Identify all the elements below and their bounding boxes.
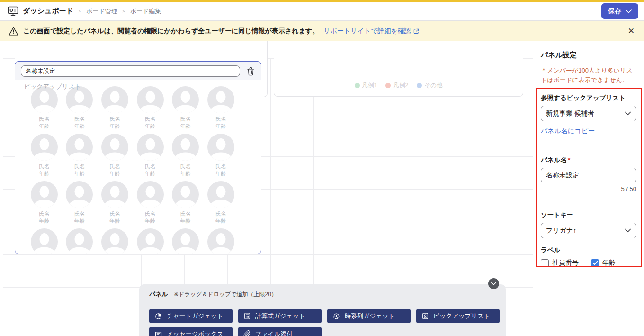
avatar-placeholder-cell: 氏名 年齢 [62, 181, 98, 225]
avatar-name-label: 氏名 [109, 211, 120, 217]
avatar-placeholder-cell: 氏名 年齢 [133, 134, 168, 177]
avatar-icon [101, 134, 128, 161]
avatar-age-label: 年齢 [39, 123, 49, 129]
avatar-labels: 氏名 年齢 [215, 163, 226, 177]
panel-card-partial-chart[interactable]: 凡例1 凡例2 その他 [274, 41, 523, 97]
tray-collapse-button[interactable] [488, 278, 499, 289]
avatar-labels: 氏名 年齢 [145, 210, 155, 225]
sort-key-select[interactable]: フリガナ↑ [541, 223, 636, 238]
paperclip-icon [243, 330, 251, 336]
panel-name-input[interactable] [541, 168, 636, 182]
widget-pickup-list-button[interactable]: ピックアップリスト [416, 309, 500, 323]
chevron-down-icon [625, 228, 631, 233]
avatar-placeholder-cell: 氏名 年齢 [133, 86, 168, 130]
avatar-placeholder-cell: 氏名 年齢 [97, 134, 133, 177]
avatar-placeholder-cell: 氏名 年齢 [27, 86, 62, 130]
avatar-placeholder-cell: 氏名 年齢 [168, 134, 203, 177]
reference-list-select[interactable]: 新規事業 候補者 [541, 106, 636, 121]
panel-settings-sidebar: パネル設定 ＊メンバーが100人より多いリストはボードに表示できません。 参照す… [533, 41, 644, 336]
banner-close-button[interactable]: ✕ [628, 27, 635, 35]
widget-chart-button[interactable]: チャートガジェット [149, 309, 233, 323]
legend-dot-green [355, 83, 360, 88]
avatar-age-label: 年齢 [74, 218, 85, 224]
save-button-label: 保存 [608, 7, 621, 16]
reference-list-label: 参照するピックアップリスト [541, 94, 636, 102]
widget-button-label: 計算式ガジェット [255, 312, 305, 320]
checkbox-employee-number[interactable]: 社員番号 [541, 259, 579, 267]
breadcrumb-board-management[interactable]: ボード管理 [86, 7, 117, 16]
avatar-placeholder-cell: 氏名 年齢 [203, 181, 239, 225]
pickup-list-panel-selected[interactable]: ピックアップリスト 氏名 年齢 氏名 年齢 [15, 61, 261, 254]
widget-formula-button[interactable]: 計算式ガジェット [238, 309, 322, 323]
avatar-icon [207, 228, 234, 254]
avatar-name-label: 氏名 [39, 211, 49, 217]
avatar-labels: 氏名 年齢 [180, 210, 191, 225]
avatar-icon [66, 134, 93, 161]
avatar-placeholder-cell: 氏名 年齢 [62, 228, 98, 254]
copy-to-panel-name-link[interactable]: パネル名にコピー [541, 127, 595, 136]
avatar-labels: 氏名 年齢 [109, 163, 120, 177]
avatar-name-label: 氏名 [74, 163, 85, 169]
divider [541, 148, 636, 148]
avatar-placeholder-cell: 氏名 年齢 [97, 86, 133, 130]
avatar-icon [137, 86, 164, 113]
avatar-placeholder-cell: 氏名 年齢 [97, 228, 133, 254]
widget-file-attach-button[interactable]: ファイル添付 [238, 327, 322, 336]
widget-message-box-button[interactable]: メッセージボックス [149, 327, 233, 336]
save-button[interactable]: 保存 [601, 3, 638, 19]
avatar-icon [137, 134, 164, 161]
avatar-name-label: 氏名 [215, 116, 226, 122]
avatar-age-label: 年齢 [74, 171, 85, 176]
avatar-name-label: 氏名 [109, 163, 120, 169]
avatar-labels: 氏名 年齢 [145, 116, 155, 130]
avatar-grid: 氏名 年齢 氏名 年齢 氏名 年齢 [15, 80, 261, 254]
avatar-icon [137, 228, 164, 254]
chevron-down-icon [626, 9, 632, 13]
sort-key-value: フリガナ↑ [546, 227, 576, 235]
avatar-age-label: 年齢 [215, 218, 226, 224]
avatar-icon [207, 181, 234, 208]
support-site-link[interactable]: サポートサイトで詳細を確認 [323, 27, 420, 36]
panel-title-input[interactable] [21, 65, 240, 77]
legend-label: 凡例1 [362, 82, 377, 90]
member-limit-note: ＊メンバーが100人より多いリストはボードに表示できません。 [541, 66, 636, 84]
delete-panel-button[interactable] [244, 65, 257, 77]
checkbox-age[interactable]: 年齢 [591, 259, 616, 267]
avatar-name-label: 氏名 [145, 116, 155, 122]
avatar-labels: 氏名 年齢 [180, 116, 191, 130]
widget-button-label: チャートガジェット [167, 312, 223, 320]
avatar-labels: 氏名 年齢 [215, 210, 226, 225]
avatar-placeholder-cell: 氏名 年齢 [168, 181, 203, 225]
chart-legend: 凡例1 凡例2 その他 [355, 82, 443, 90]
avatar-age-label: 年齢 [145, 171, 155, 176]
avatar-age-label: 年齢 [39, 218, 49, 224]
widget-button-label: ピックアップリスト [433, 312, 490, 320]
avatar-age-label: 年齢 [180, 171, 191, 176]
legend-item: 凡例2 [385, 82, 408, 90]
avatar-labels: 氏名 年齢 [74, 210, 85, 225]
avatar-age-label: 年齢 [74, 123, 85, 129]
avatar-age-label: 年齢 [145, 218, 155, 224]
avatar-placeholder-cell: 氏名 年齢 [133, 181, 168, 225]
external-link-icon [413, 28, 420, 35]
panel-name-label-text: パネル名 [541, 156, 567, 163]
trash-icon [246, 66, 256, 76]
avatar-icon [172, 134, 199, 161]
widget-button-label: ファイル添付 [255, 330, 293, 336]
pickup-list-icon [421, 312, 429, 320]
message-box-icon [154, 330, 162, 336]
tray-title: パネル [149, 290, 168, 299]
widget-timeseries-button[interactable]: 時系列ガジェット [327, 309, 411, 323]
avatar-age-label: 年齢 [215, 123, 226, 129]
checkbox-label: 社員番号 [552, 259, 579, 267]
panel-name-label: パネル名* [541, 156, 636, 164]
avatar-name-label: 氏名 [215, 163, 226, 169]
label-checkboxes: 社員番号 年齢 [541, 259, 636, 267]
avatar-icon [101, 86, 128, 113]
pickup-panel-header [15, 62, 261, 80]
breadcrumb-root[interactable]: ダッシュボード [23, 7, 73, 16]
warning-banner: この画面で設定したパネルは、閲覧者の権限にかかわらず全ユーザーに同じ情報が表示さ… [0, 21, 644, 41]
chevron-down-icon [625, 111, 631, 116]
tray-note: ※ドラッグ＆ドロップで追加（上限20） [174, 291, 277, 299]
avatar-age-label: 年齢 [39, 171, 49, 176]
